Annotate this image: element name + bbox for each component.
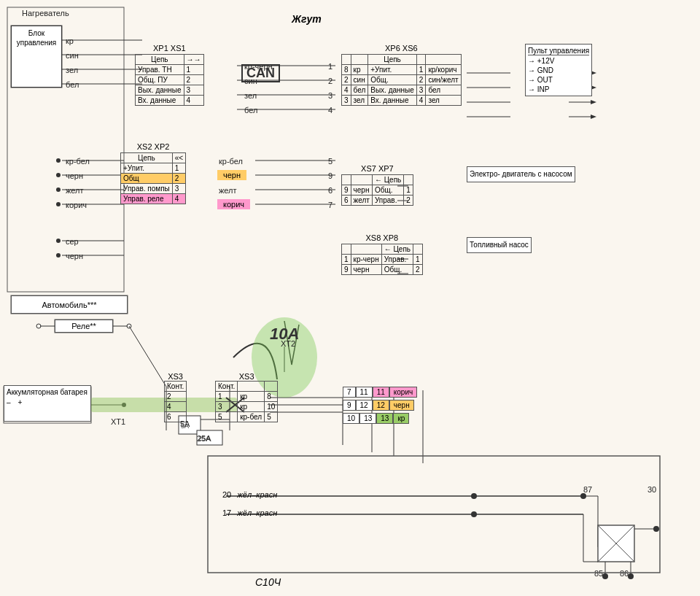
akkum-terminals: – + — [7, 398, 88, 406]
nagrevatel-label: Нагреватель — [22, 9, 69, 18]
bottom-row3: 10 13 13 кр — [343, 413, 409, 424]
svg-marker-58 — [591, 115, 596, 119]
xs3-right-wire5: кр-бел — [238, 412, 265, 422]
xs8xp8-r1-num: 1 — [413, 255, 423, 265]
xp1xs1-row1-tsep: Управ. ТН — [136, 65, 184, 75]
num-20: 20 — [222, 490, 231, 499]
xs2xp2-row4-tsep: Управ. реле — [121, 194, 173, 204]
xp6xs6-col-num — [416, 55, 426, 65]
svg-point-16 — [56, 158, 61, 163]
xs8xp8-lnum — [342, 244, 351, 255]
xs3-right-table: Конт. 1 кр 8 3 кр 10 5 кр-бел 5 — [215, 381, 278, 422]
xs2xp2-section: XS2 XP2 Цепь «< +Упит. 1 Общ 2 Управ. по… — [120, 142, 186, 204]
br3-c4: кр — [393, 413, 409, 424]
br3-c1: 10 — [343, 413, 359, 424]
xs8xp8-table: ← Цепь 1 кр-черн Управ. 1 9 черн Общ. 2 — [341, 244, 423, 275]
xs2xp2-row2-tsep: Общ — [121, 174, 173, 184]
xs8xp8-r2-lwire: черн — [351, 265, 381, 275]
xp6xs6-r1-num: 1 — [416, 65, 426, 75]
wire-17-label: жёл–красн — [237, 508, 277, 517]
xs8xp8-r1-tsep: Управ. — [381, 255, 413, 265]
svg-point-18 — [56, 187, 61, 192]
xs3-right-kont: Конт. — [216, 382, 238, 392]
xs2xp2-row1-num: 1 — [172, 163, 185, 174]
pult-item-out: → OUT — [528, 76, 589, 84]
xs7xp7-col-num — [404, 175, 413, 185]
rele-box: Реле** — [55, 320, 113, 333]
svg-point-20 — [56, 239, 61, 243]
wire-kr-bel-l: кр-бел — [66, 157, 90, 166]
xs8xp8-r2-lnum: 9 — [342, 265, 351, 275]
xp6xs6-right-wires — [426, 55, 461, 65]
num-2-6: 6 — [328, 186, 332, 195]
xs7xp7-r2-lwire: желт — [351, 196, 372, 206]
num-1-4: 4 — [328, 106, 332, 115]
xs7xp7-r1-num: 1 — [404, 185, 413, 196]
xs7xp7-r1-lwire: черн — [351, 185, 372, 196]
blok-upravleniya-label: Блок управления — [12, 26, 61, 50]
xt1-label: XT1 — [111, 417, 125, 426]
xs3-right-num1: 8 — [265, 392, 278, 402]
svg-point-21 — [56, 253, 61, 258]
xp6xs6-r2-rwire: син/желт — [426, 75, 461, 85]
pult-box: Пульт управления → +12V → GND → OUT → IN… — [525, 44, 592, 96]
xs7xp7-table: ← Цепь 9 черн Общ. 1 6 желт Управ. 2 — [341, 174, 413, 206]
xp1xs1-row2-tsep: Общ. ПУ — [136, 75, 184, 85]
svg-line-75 — [598, 525, 634, 562]
bottom-row1: 7 11 11 корич — [343, 387, 417, 398]
diagram: 5А 25А Нагреватель Блок управления кр си… — [0, 0, 700, 596]
xp1xs1-row3-tsep: Вых. данные — [136, 85, 184, 96]
xs2xp2-row1-tsep: +Упит. — [121, 163, 173, 174]
svg-point-78 — [653, 526, 659, 532]
wire-kr-bel-r: кр-бел — [219, 157, 243, 166]
xs2xp2-title: XS2 XP2 — [120, 142, 186, 151]
fuse-25a: 25А — [197, 434, 211, 443]
wire-chern-l: черн — [66, 171, 83, 180]
xs3-right-num3: 10 — [265, 402, 278, 412]
svg-point-25 — [36, 324, 41, 328]
xp6xs6-r2-num: 2 — [416, 75, 426, 85]
xp1xs1-title: XP1 XS1 — [135, 44, 204, 53]
xp6xs6-r2-lnum: 2 — [342, 75, 351, 85]
node-30: 30 — [648, 485, 656, 494]
svg-point-19 — [56, 202, 61, 206]
xs3-left-4: 4 — [165, 402, 187, 412]
pult-title: Пульт управления — [528, 47, 589, 55]
avtomobil-label: Автомобиль*** — [42, 301, 96, 309]
xp6xs6-r1-tsep: +Упит. — [368, 65, 417, 75]
num-1-3: 3 — [328, 91, 332, 100]
num-17: 17 — [222, 508, 231, 517]
xs7xp7-r2-lnum: 6 — [342, 196, 351, 206]
node-85: 85 — [594, 569, 603, 578]
br3-c3: 13 — [376, 413, 393, 424]
xs3-left-section: XS3 Конт. 2 4 6 — [164, 372, 187, 422]
xs8xp8-col-num — [413, 244, 423, 255]
br1-c1: 7 — [343, 387, 356, 398]
xp1xs1-table: Цепь →→ Управ. ТН 1 Общ. ПУ 2 Вых. данны… — [135, 54, 204, 106]
wire-bel: бел — [66, 80, 79, 89]
s10ch-label: С10Ч — [255, 576, 281, 588]
xp1xs1-col-tsep: Цепь — [136, 55, 184, 65]
xs7xp7-r2-tsep: Управ. — [372, 196, 403, 206]
bottom-row2: 9 12 12 черн — [343, 400, 414, 411]
xp6xs6-r4-tsep: Вх. данные — [368, 96, 417, 106]
xs7xp7-r1-tsep: Общ. — [372, 185, 403, 196]
xp6xs6-r4-lnum: 3 — [342, 96, 351, 106]
num-1-1: 1 — [328, 62, 332, 71]
xp6xs6-r4-rwire: зел — [426, 96, 461, 106]
xs8xp8-lwire — [351, 244, 381, 255]
xs8xp8-r2-tsep: Общ. — [381, 265, 413, 275]
elektro-label: Электро- двигатель с насосом — [467, 166, 575, 182]
wire-sin: син — [66, 51, 79, 60]
xp6xs6-r3-rwire: бел — [426, 85, 461, 96]
xp1xs1-row3-num: 3 — [184, 85, 203, 96]
xs7xp7-col-tsep: ← Цепь — [372, 175, 403, 185]
avtomobil-box: Автомобиль*** — [11, 295, 128, 314]
xp1xs1-row2-num: 2 — [184, 75, 203, 85]
pult-item-gnd: → GND — [528, 66, 589, 74]
xs3-left-title: XS3 — [164, 372, 187, 381]
xp1xs1-row4-tsep: Вх. данные — [136, 96, 184, 106]
br1-c3: 11 — [373, 387, 389, 398]
fuse-5a: 5А — [180, 419, 190, 428]
br2-c4: черн — [389, 400, 414, 411]
